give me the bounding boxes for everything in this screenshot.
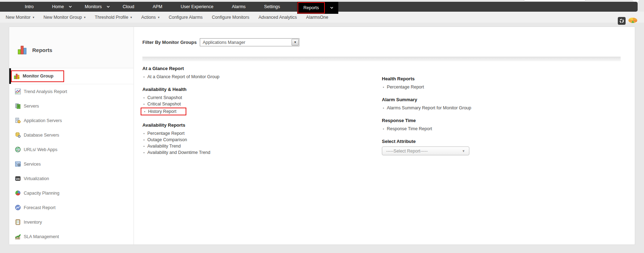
chevron-down-icon[interactable] — [105, 2, 111, 12]
report-link-label: Percentage Report — [147, 131, 185, 136]
servers-icon — [15, 103, 21, 109]
right-column: Health Reports Percentage Report Alarm S… — [382, 76, 531, 162]
sidebar-item-label: Trend Analysis Report — [24, 89, 67, 94]
section-divider — [142, 57, 621, 61]
bullet-icon — [143, 133, 145, 134]
bullet-icon — [143, 139, 145, 140]
sidebar-item-label: Monitor Group — [23, 74, 53, 79]
sidebar-item-services[interactable]: Services — [9, 157, 134, 171]
sidebar-item-label: SLA Management — [24, 234, 59, 239]
sidebar-item-urls-web-apps[interactable]: URLs/ Web Apps — [9, 142, 134, 157]
bullet-icon — [383, 128, 384, 130]
section-title: Alarm Summary — [382, 97, 531, 102]
caret-down-icon: ▾ — [158, 16, 160, 19]
pie-chart-icon[interactable] — [628, 17, 638, 25]
forecast-icon — [15, 205, 21, 211]
sidebar-item-inventory[interactable]: Inventory — [9, 215, 134, 229]
toolbar-label: Advanced Analytics — [259, 15, 297, 20]
sidebar-item-servers[interactable]: Servers — [9, 99, 134, 113]
toolbar-new-monitor[interactable]: New Monitor ▾ — [1, 12, 39, 23]
report-link-alarms-summary[interactable]: Alarms Summary Report for Monitor Group — [382, 105, 531, 111]
content-card: Reports Monitor Group Trend — [9, 27, 635, 245]
sidebar-item-label: Servers — [24, 104, 39, 109]
trend-analysis-icon — [15, 88, 21, 94]
bar-chart-icon — [17, 45, 27, 55]
monitor-group-icon — [14, 73, 20, 79]
report-link-label: Critical Snapshot — [147, 102, 181, 107]
caret-down-icon: ▼ — [462, 149, 465, 153]
sidebar-item-application-servers[interactable]: Application Servers — [9, 113, 134, 128]
nav-item-apm[interactable]: APM — [143, 2, 171, 12]
section-alarm-summary: Alarm Summary Alarms Summary Report for … — [382, 97, 531, 111]
nav-item-user-experience[interactable]: User Experience — [171, 2, 222, 12]
sidebar-item-forecast-report[interactable]: Forecast Report — [9, 200, 134, 215]
toolbar-label: Configure Monitors — [212, 15, 249, 20]
caret-down-icon: ▾ — [84, 16, 86, 19]
toolbar-configure-alarms[interactable]: Configure Alarms — [164, 12, 207, 23]
bullet-icon — [143, 152, 145, 153]
nav-item-settings[interactable]: Settings — [255, 2, 289, 12]
reports-sidebar: Reports Monitor Group Trend — [9, 27, 134, 245]
bullet-icon — [144, 111, 145, 112]
report-link-label: Response Time Report — [387, 126, 432, 131]
report-link-label: Availability and Downtime Trend — [147, 150, 210, 155]
database-servers-icon — [15, 132, 21, 138]
globe-icon — [15, 146, 21, 153]
reports-main-panel: Filter By Monitor Groups Applications Ma… — [134, 27, 635, 245]
sidebar-item-label: Forecast Report — [24, 205, 56, 210]
toolbar-label: New Monitor — [6, 15, 30, 20]
report-link-label: Current Snapshot — [147, 95, 182, 100]
chevron-down-icon[interactable] — [325, 2, 338, 14]
chevron-down-icon[interactable] — [67, 2, 73, 12]
report-link-label: History Report — [148, 109, 176, 114]
report-link-response-time-report[interactable]: Response Time Report — [382, 126, 531, 132]
monitor-group-select-value: Applications Manager — [203, 40, 245, 45]
services-icon — [15, 161, 21, 167]
nav-item-reports[interactable]: Reports — [298, 2, 325, 13]
application-servers-icon — [15, 117, 21, 123]
report-link-label: Outage Comparison — [147, 137, 187, 142]
section-title: Response Time — [382, 118, 531, 123]
sidebar-item-capacity-planning[interactable]: Capacity Planning — [9, 186, 134, 200]
bullet-icon — [143, 97, 145, 98]
toolbar-right-icons — [618, 17, 638, 25]
sidebar-item-monitor-group[interactable]: Monitor Group — [9, 68, 134, 84]
toolbar-label: AlarmsOne — [306, 15, 328, 20]
section-select-attribute: Select Attribute -----Select Report-----… — [382, 139, 531, 155]
toolbar-new-monitor-group[interactable]: New Monitor Group ▾ — [39, 12, 90, 23]
sidebar-item-label: URLs/ Web Apps — [24, 147, 57, 152]
filter-row: Filter By Monitor Groups Applications Ma… — [142, 38, 635, 46]
caret-down-icon: ▾ — [33, 16, 34, 19]
svg-text:vm: vm — [16, 177, 20, 180]
inventory-icon — [15, 219, 21, 225]
toolbar-threshold-profile[interactable]: Threshold Profile ▾ — [90, 12, 137, 23]
sla-trend-icon — [15, 234, 21, 240]
sidebar-item-label: Virtualization — [24, 176, 49, 181]
sidebar-item-sla-management[interactable]: SLA Management — [9, 229, 134, 244]
report-link-label: Alarms Summary Report for Monitor Group — [387, 105, 471, 110]
sidebar-item-virtualization[interactable]: vm Virtualization — [9, 171, 134, 186]
sidebar-item-trend-analysis-report[interactable]: Trend Analysis Report — [9, 84, 134, 99]
bullet-icon — [143, 146, 145, 147]
select-report-dropdown[interactable]: -----Select Report----- ▼ — [382, 146, 469, 155]
toolbar-configure-monitors[interactable]: Configure Monitors — [207, 12, 254, 23]
section-title: At a Glance Report — [142, 66, 635, 71]
section-title: Select Attribute — [382, 139, 531, 144]
top-navigation-bar: Intro Home Monitors Cloud APM User Exper… — [0, 2, 638, 12]
toolbar-advanced-analytics[interactable]: Advanced Analytics — [254, 12, 301, 23]
sidebar-header: Reports — [9, 27, 134, 68]
select-arrow-icon[interactable]: ▼ — [292, 39, 299, 46]
toolbar-actions[interactable]: Actions ▾ — [137, 12, 164, 23]
nav-item-reports-active: Reports — [297, 2, 339, 14]
nav-item-alarms[interactable]: Alarms — [222, 2, 255, 12]
report-link-health-percentage-report[interactable]: Percentage Report — [382, 84, 531, 90]
nav-item-intro[interactable]: Intro — [16, 2, 43, 12]
sidebar-item-label: Services — [24, 162, 41, 167]
refresh-icon[interactable] — [618, 17, 626, 25]
cutoff-searchbox-fragment — [524, 0, 586, 1]
nav-item-cloud[interactable]: Cloud — [113, 2, 143, 12]
vm-icon: vm — [15, 176, 21, 182]
toolbar-label: Threshold Profile — [95, 15, 129, 20]
sidebar-item-database-servers[interactable]: Database Servers — [9, 128, 134, 142]
monitor-group-select[interactable]: Applications Manager ▼ — [200, 38, 299, 46]
